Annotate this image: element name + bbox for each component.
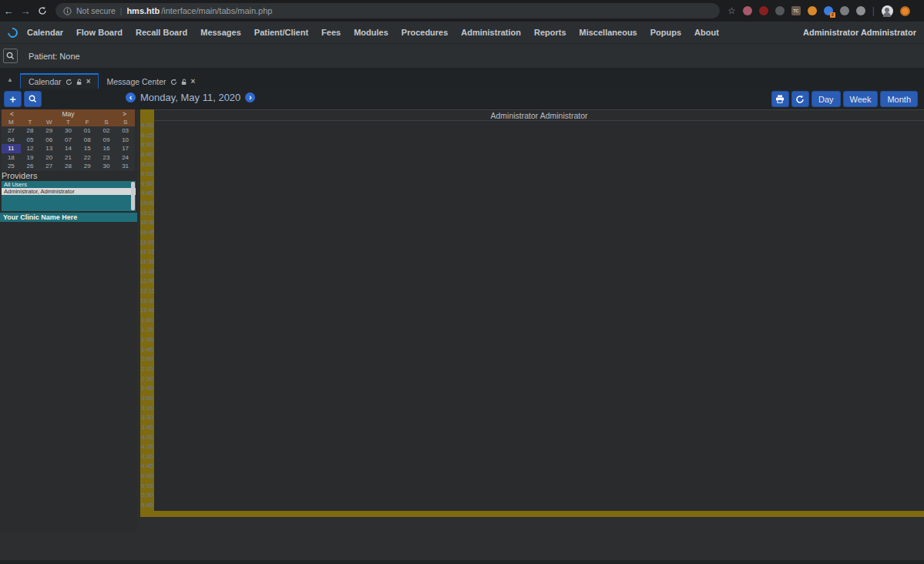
tc-extension-icon[interactable]: TC	[791, 6, 801, 15]
browser-menu-icon[interactable]	[900, 6, 910, 16]
nav-item-flow-board[interactable]: Flow Board	[76, 28, 123, 37]
nav-item-calendar[interactable]: Calendar	[27, 28, 63, 37]
add-event-button[interactable]: +	[4, 91, 22, 107]
nav-item-modules[interactable]: Modules	[354, 28, 388, 37]
time-slot-215[interactable]: 2:15	[140, 364, 154, 374]
time-slot-115[interactable]: 1:15	[140, 325, 154, 335]
tab-calendar[interactable]: Calendar ×	[20, 73, 99, 89]
minical-day-cell[interactable]: 30	[59, 126, 78, 136]
mask-extension-icon[interactable]	[856, 6, 865, 15]
tab-message-center[interactable]: Message Center ×	[99, 73, 203, 89]
nav-item-popups[interactable]: Popups	[650, 28, 681, 37]
minical-prev-icon[interactable]: <	[10, 110, 14, 118]
minical-day-cell[interactable]: 28	[59, 162, 78, 171]
providers-scrollbar[interactable]	[131, 182, 135, 210]
minical-day-cell[interactable]: 30	[97, 162, 116, 171]
shield-extension-icon[interactable]	[759, 6, 768, 15]
tool-extension-icon[interactable]	[775, 6, 785, 15]
time-slot-845[interactable]: 8:45	[140, 150, 154, 160]
time-slot-530[interactable]: 5:30	[140, 491, 154, 501]
collapse-tabs-icon[interactable]: ▲	[0, 76, 20, 89]
minical-day-cell[interactable]: 25	[2, 162, 21, 171]
minical-day-cell[interactable]: 28	[21, 126, 40, 136]
nav-item-patient-client[interactable]: Patient/Client	[254, 28, 308, 37]
nav-item-reports[interactable]: Reports	[534, 28, 566, 37]
provider-item-administrator-administrator[interactable]: Administrator, Administrator	[2, 188, 136, 195]
browser-reload-icon[interactable]	[34, 6, 51, 15]
time-slot-1115[interactable]: 11:15	[140, 247, 154, 257]
minical-day-cell[interactable]: 14	[59, 144, 78, 153]
time-slot-1200[interactable]: 12:00	[140, 277, 154, 287]
time-slot-400[interactable]: 4:00	[140, 433, 154, 443]
minical-day-cell[interactable]: 19	[21, 153, 40, 163]
tab-refresh-icon[interactable]	[170, 79, 177, 86]
time-slot-1100[interactable]: 11:00	[140, 238, 154, 248]
time-slot-945[interactable]: 9:45	[140, 189, 154, 199]
minical-day-cell[interactable]: 04	[2, 136, 21, 145]
minical-day-cell[interactable]: 05	[21, 136, 40, 145]
print-button[interactable]	[771, 91, 789, 107]
time-slot-315[interactable]: 3:15	[140, 404, 154, 414]
nav-item-recall-board[interactable]: Recall Board	[136, 28, 187, 37]
browser-back-icon[interactable]: ←	[0, 5, 17, 17]
minical-day-cell[interactable]: 09	[97, 136, 116, 145]
time-slot-1015[interactable]: 10:15	[140, 209, 154, 219]
minical-day-cell[interactable]: 24	[116, 153, 135, 163]
schedule-grid[interactable]	[154, 121, 924, 511]
time-slot-300[interactable]: 3:00	[140, 394, 154, 404]
fox-extension-icon[interactable]	[743, 6, 752, 15]
nav-item-fees[interactable]: Fees	[321, 28, 341, 37]
minical-day-cell[interactable]: 27	[2, 126, 21, 136]
tab-unlock-icon[interactable]	[181, 79, 187, 86]
month-view-button[interactable]: Month	[880, 91, 918, 107]
clip-extension-icon[interactable]	[840, 6, 849, 15]
time-slot-1230[interactable]: 12:30	[140, 297, 154, 307]
browser-profile-icon[interactable]	[882, 5, 893, 17]
minical-day-cell[interactable]: 27	[39, 162, 59, 171]
bookmark-star-icon[interactable]: ☆	[727, 5, 736, 16]
minical-day-cell[interactable]: 29	[78, 162, 97, 171]
tab-close-icon[interactable]: ×	[191, 78, 196, 86]
browser-forward-icon[interactable]: →	[17, 5, 34, 17]
time-slot-130[interactable]: 1:30	[140, 335, 154, 345]
nav-item-procedures[interactable]: Procedures	[402, 28, 449, 37]
time-slot-145[interactable]: 1:45	[140, 345, 154, 355]
minical-selected-day[interactable]: 11	[2, 144, 21, 153]
time-slot-430[interactable]: 4:30	[140, 452, 154, 462]
tab-unlock-icon[interactable]	[76, 79, 82, 86]
time-slot-500[interactable]: 5:00	[140, 472, 154, 482]
c-ring-extension-icon[interactable]: 2	[824, 6, 833, 15]
minical-day-cell[interactable]: 23	[97, 153, 116, 163]
time-slot-545[interactable]: 5:45	[140, 501, 154, 511]
time-slot-1215[interactable]: 12:15	[140, 287, 154, 297]
time-slot-900[interactable]: 9:00	[140, 160, 154, 170]
minical-day-cell[interactable]: 21	[59, 153, 78, 163]
minical-day-cell[interactable]: 12	[21, 144, 40, 153]
time-slot-1030[interactable]: 10:30	[140, 218, 154, 228]
minical-day-cell[interactable]: 10	[116, 136, 135, 145]
minical-day-cell[interactable]: 03	[116, 126, 135, 136]
time-slot-230[interactable]: 2:30	[140, 374, 154, 384]
time-slot-245[interactable]: 2:45	[140, 384, 154, 394]
time-slot-200[interactable]: 2:00	[140, 354, 154, 364]
minical-day-cell[interactable]: 26	[21, 162, 40, 171]
minical-day-cell[interactable]: 16	[97, 144, 116, 153]
day-view-button[interactable]: Day	[811, 91, 841, 107]
calendar-search-button[interactable]	[24, 91, 42, 107]
nav-item-miscellaneous[interactable]: Miscellaneous	[580, 28, 637, 37]
nav-item-about[interactable]: About	[694, 28, 719, 37]
time-slot-445[interactable]: 4:45	[140, 462, 154, 472]
next-day-icon[interactable]: ›	[245, 92, 255, 102]
tab-close-icon[interactable]: ×	[86, 78, 91, 86]
time-slot-815[interactable]: 8:15	[140, 131, 154, 141]
time-slot-415[interactable]: 4:15	[140, 442, 154, 452]
minical-day-cell[interactable]: 01	[78, 126, 97, 136]
time-slot-1145[interactable]: 11:45	[140, 267, 154, 277]
orange-ball-extension-icon[interactable]	[808, 6, 817, 15]
minical-day-cell[interactable]: 02	[97, 126, 116, 136]
time-slot-515[interactable]: 5:15	[140, 482, 154, 492]
refresh-button[interactable]	[791, 91, 809, 107]
minical-day-cell[interactable]: 07	[59, 136, 78, 145]
time-slot-830[interactable]: 8:30	[140, 140, 154, 150]
provider-item-all-users[interactable]: All Users	[2, 181, 136, 188]
